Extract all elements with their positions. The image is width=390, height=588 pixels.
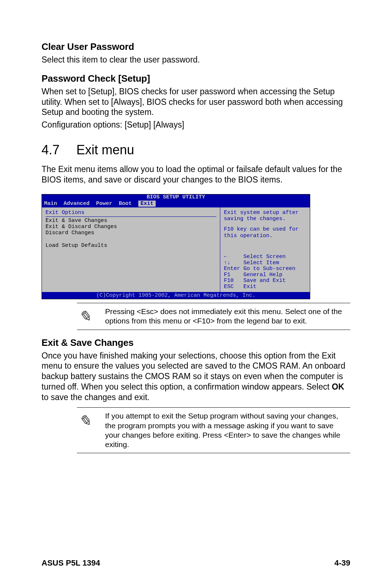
legend-label: Select Item — [243, 260, 279, 266]
footer-right: 4-39 — [334, 558, 350, 568]
ok-label: OK — [332, 382, 344, 391]
heading-clear-user-password: Clear User Password — [42, 41, 350, 52]
legend-label: General Help — [243, 272, 282, 278]
bios-left-header: Exit Options — [46, 210, 216, 216]
bios-help-text-2: F10 key can be used for this operation. — [224, 226, 308, 239]
legend-label: Select Screen — [243, 254, 286, 260]
legend-key: F10 — [224, 278, 243, 284]
heading-password-check: Password Check [Setup] — [42, 73, 350, 84]
note-text-2: If you attempt to exit the Setup program… — [105, 411, 350, 449]
legend-label: Save and Exit — [243, 278, 286, 284]
legend-label: Go to Sub-screen — [243, 266, 295, 272]
note-icon: ✎ — [77, 307, 97, 324]
bios-tab-power: Power — [96, 201, 119, 207]
para-span: to save the changes and exit. — [42, 392, 150, 402]
heading-exit-menu: 4.7 Exit menu — [42, 142, 350, 158]
bios-tab-exit: Exit — [138, 201, 156, 207]
footer-left: ASUS P5L 1394 — [42, 558, 100, 568]
bios-screenshot: BIOS SETUP UTILITY Main Advanced Power B… — [42, 194, 310, 299]
section-title: Exit menu — [76, 142, 134, 157]
bios-title: BIOS SETUP UTILITY — [42, 194, 310, 201]
bios-tab-main: Main — [44, 201, 64, 207]
bios-menu-bar: Main Advanced Power Boot Exit — [42, 201, 310, 207]
note-row: ✎ Pressing <Esc> does not immediately ex… — [77, 303, 350, 330]
para-exit-intro: The Exit menu items allow you to load th… — [42, 164, 350, 185]
bios-tab-advanced: Advanced — [64, 201, 96, 207]
para-password-check-1: When set to [Setup], BIOS checks for use… — [42, 86, 350, 117]
legend-key: ESC — [224, 284, 243, 290]
divider — [77, 453, 350, 453]
note-text-1: Pressing <Esc> does not immediately exit… — [105, 307, 350, 326]
section-number: 4.7 — [42, 142, 75, 158]
heading-exit-save: Exit & Save Changes — [42, 337, 350, 348]
bios-right-panel: Exit system setup after saving the chang… — [220, 207, 310, 292]
note-row: ✎ If you attempt to exit the Setup progr… — [77, 408, 350, 453]
page-footer: ASUS P5L 1394 4-39 — [42, 558, 350, 568]
bios-left-panel: Exit Options Exit & Save Changes Exit & … — [42, 207, 220, 292]
para-span: Once you have finished making your selec… — [42, 351, 345, 391]
para-password-check-2: Configuration options: [Setup] [Always] — [42, 120, 350, 130]
bios-item: Load Setup Defaults — [46, 243, 216, 249]
bios-help-text-1: Exit system setup after saving the chang… — [224, 210, 308, 222]
legend-key: Enter — [224, 266, 243, 272]
legend-label: Exit — [243, 284, 256, 290]
legend-key: F1 — [224, 272, 243, 278]
bios-tab-boot: Boot — [119, 201, 138, 207]
para-clear-user-password: Select this item to clear the user passw… — [42, 55, 350, 65]
bios-item — [46, 236, 216, 243]
bios-item: Exit & Discard Changes — [46, 224, 216, 230]
note-icon: ✎ — [77, 411, 97, 429]
legend-key: ← — [224, 254, 243, 260]
bios-copyright: (C)Copyright 1985-2002, American Megatre… — [42, 292, 310, 299]
bios-item: Exit & Save Changes — [46, 218, 216, 224]
para-exit-save: Once you have finished making your selec… — [42, 351, 350, 403]
legend-key: ↑↓ — [224, 260, 243, 266]
divider — [77, 330, 350, 330]
bios-legend: ←Select Screen ↑↓Select Item EnterGo to … — [224, 254, 308, 290]
bios-item: Discard Changes — [46, 230, 216, 236]
